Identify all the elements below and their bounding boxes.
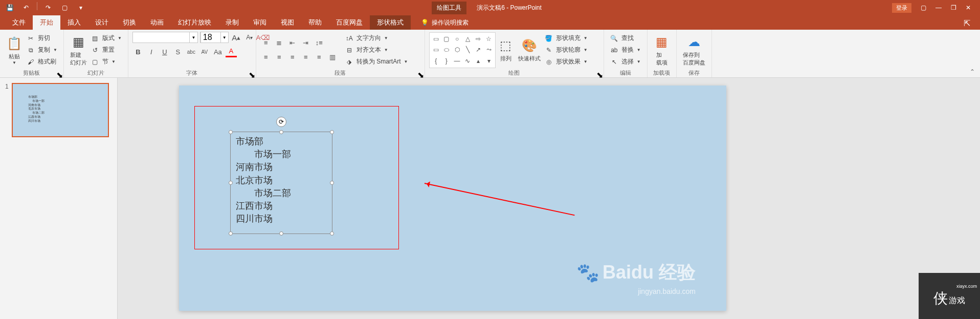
find-button[interactable]: 🔍查找: [608, 33, 643, 44]
dialog-launcher-paragraph[interactable]: ⬊: [417, 70, 422, 75]
shape-arrow[interactable]: ⇨: [474, 34, 483, 44]
shape-line2[interactable]: —: [452, 56, 462, 66]
shape-fill-button[interactable]: 🪣形状填充▼: [543, 33, 590, 44]
shape-brace[interactable]: {: [431, 56, 441, 66]
textbox[interactable]: ⟳ 市场部 市场一部 河南市场 北京市场 市场二部 江西市场 四川市场: [230, 132, 332, 234]
save-cloud-button[interactable]: ☁ 保存到 百度网盘: [681, 33, 707, 68]
shape-triangle[interactable]: △: [463, 34, 473, 44]
resize-handle-se[interactable]: [330, 231, 334, 236]
tab-slideshow[interactable]: 幻灯片放映: [171, 15, 218, 30]
new-icon[interactable]: ▢: [59, 2, 70, 13]
columns-button[interactable]: ▥: [327, 52, 338, 63]
align-left-button[interactable]: ≡: [260, 52, 272, 63]
justify-button[interactable]: ≡: [300, 52, 311, 63]
login-button[interactable]: 登录: [892, 3, 911, 13]
resize-handle-e[interactable]: [330, 181, 334, 185]
shape-roundrect[interactable]: ▢: [442, 34, 452, 44]
tab-review[interactable]: 审阅: [246, 15, 274, 30]
dialog-launcher-clipboard[interactable]: ⬊: [56, 70, 61, 75]
underline-button[interactable]: U: [159, 46, 170, 57]
shape-hexagon[interactable]: ⬡: [452, 45, 462, 55]
shape-line[interactable]: ╲: [463, 45, 473, 55]
tab-baidu[interactable]: 百度网盘: [329, 15, 370, 30]
minimize-icon[interactable]: —: [936, 4, 942, 11]
resize-handle-s[interactable]: [279, 231, 283, 236]
reset-button[interactable]: ↺重置: [89, 45, 124, 55]
tab-insert[interactable]: 插入: [60, 15, 88, 30]
decrease-font-button[interactable]: A▾: [244, 32, 255, 43]
quickstyle-button[interactable]: 🎨 快速样式: [516, 36, 543, 63]
spacing-button[interactable]: AV: [199, 46, 210, 57]
chevron-down-icon[interactable]: ▼: [220, 32, 228, 42]
shape-connector[interactable]: ⤳: [484, 45, 494, 55]
slide-thumbnail[interactable]: 市场部 市场一部 河南市场 北京市场 市场二部 江西市场 四川市场: [12, 83, 109, 137]
collapse-ribbon-icon[interactable]: ⌃: [970, 68, 975, 75]
bullets-button[interactable]: ≡: [260, 37, 272, 49]
undo-icon[interactable]: ↶: [20, 2, 32, 13]
font-color-button[interactable]: A: [226, 46, 237, 57]
share-icon[interactable]: ⇱: [964, 18, 974, 29]
replace-button[interactable]: ab替换▼: [608, 45, 643, 55]
arrange-button[interactable]: ⬚ 排列: [496, 36, 516, 63]
shape-outline-button[interactable]: ✎形状轮廓▼: [543, 45, 590, 55]
shape-oval[interactable]: ○: [452, 34, 462, 44]
slide-canvas-area[interactable]: ⟳ 市场部 市场一部 河南市场 北京市场 市场二部 江西市场 四川市场: [118, 78, 980, 319]
close-icon[interactable]: ✕: [966, 4, 971, 11]
resize-handle-n[interactable]: [279, 130, 283, 134]
new-slide-button[interactable]: ▦ 新建 幻灯片: [68, 33, 89, 68]
shape-arrow2[interactable]: ↗: [474, 45, 483, 55]
bold-button[interactable]: B: [132, 46, 144, 57]
shapes-gallery[interactable]: ▭ ▢ ○ △ ⇨ ☆ ▭ ⬭ ⬡ ╲ ↗ ⤳ { } — ∿ ▴ ▾: [429, 32, 496, 68]
section-button[interactable]: ▢节▼: [89, 56, 124, 67]
maximize-icon[interactable]: ❐: [951, 4, 956, 11]
paste-button[interactable]: 📋 粘贴 ▼: [4, 34, 25, 66]
strike-button[interactable]: S: [172, 46, 184, 57]
tab-design[interactable]: 设计: [88, 15, 116, 30]
layout-button[interactable]: ▤版式▼: [89, 33, 124, 44]
shape-effects-button[interactable]: ◎形状效果▼: [543, 56, 590, 67]
shape-callout[interactable]: ⬭: [442, 45, 452, 55]
numbering-button[interactable]: ≣: [274, 37, 285, 49]
align-text-button[interactable]: ⊟对齐文本▼: [343, 45, 410, 55]
ribbon-display-icon[interactable]: ▢: [921, 4, 926, 11]
format-painter-button[interactable]: 🖌格式刷: [25, 56, 59, 67]
resize-handle-w[interactable]: [229, 181, 233, 185]
cut-button[interactable]: ✂剪切: [25, 33, 59, 44]
tab-home[interactable]: 开始: [33, 15, 60, 30]
dialog-launcher-drawing[interactable]: ⬊: [596, 70, 602, 75]
addins-button[interactable]: ▦ 加 载项: [652, 33, 672, 68]
align-center-button[interactable]: ≡: [274, 52, 285, 63]
font-family-combo[interactable]: ▼: [132, 32, 198, 43]
shape-text[interactable]: ▭: [431, 45, 441, 55]
resize-handle-sw[interactable]: [229, 231, 233, 236]
tab-transition[interactable]: 切换: [116, 15, 143, 30]
dialog-launcher-font[interactable]: ⬊: [249, 70, 254, 75]
save-icon[interactable]: 💾: [4, 2, 15, 13]
textbox-content[interactable]: 市场部 市场一部 河南市场 北京市场 市场二部 江西市场 四川市场: [231, 132, 332, 228]
italic-button[interactable]: I: [146, 46, 157, 57]
rotate-handle[interactable]: ⟳: [276, 117, 286, 127]
decrease-indent-button[interactable]: ⇤: [287, 37, 298, 49]
tab-animation[interactable]: 动画: [143, 15, 171, 30]
shape-star[interactable]: ☆: [484, 34, 494, 44]
shape-more-up[interactable]: ▴: [474, 56, 483, 66]
tab-format[interactable]: 形状格式: [370, 15, 411, 30]
shape-curve[interactable]: ∿: [463, 56, 473, 66]
font-size-combo[interactable]: 18 ▼: [200, 32, 229, 43]
resize-handle-ne[interactable]: [330, 130, 334, 134]
chevron-down-icon[interactable]: ▼: [189, 32, 197, 42]
slide[interactable]: ⟳ 市场部 市场一部 河南市场 北京市场 市场二部 江西市场 四川市场: [179, 86, 726, 311]
tab-view[interactable]: 视图: [274, 15, 301, 30]
case-button[interactable]: Aa: [212, 46, 224, 57]
resize-handle-nw[interactable]: [229, 130, 233, 134]
tell-me[interactable]: 💡 操作说明搜索: [421, 18, 469, 27]
shadow-button[interactable]: abc: [186, 46, 197, 57]
tab-record[interactable]: 录制: [218, 15, 246, 30]
shape-brace2[interactable]: }: [442, 56, 452, 66]
tab-file[interactable]: 文件: [5, 15, 33, 30]
shape-more-down[interactable]: ▾: [484, 56, 494, 66]
increase-indent-button[interactable]: ⇥: [300, 37, 311, 49]
select-button[interactable]: ↖选择▼: [608, 56, 643, 67]
text-direction-button[interactable]: ↕A文字方向▼: [343, 33, 410, 44]
increase-font-button[interactable]: A▴: [231, 32, 242, 43]
